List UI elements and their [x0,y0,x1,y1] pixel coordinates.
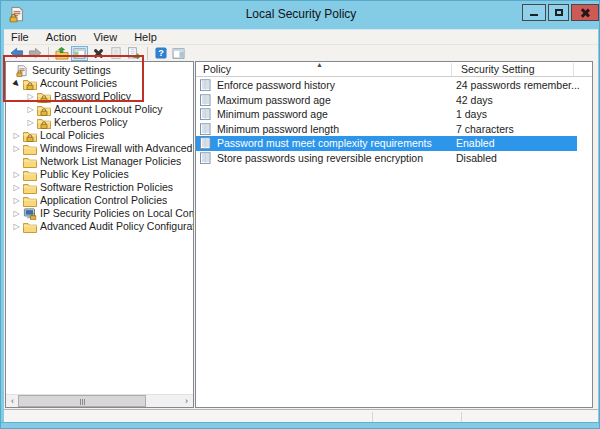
scrollbar-grip-icon [82,399,83,405]
policy-icon [199,108,212,120]
tree-item-advanced-audit[interactable]: Advanced Audit Policy Configuration [6,220,193,233]
tree-item-kerberos-policy[interactable]: Kerberos Policy [6,116,193,129]
status-bar-divider [372,412,373,422]
tree-item-label: Software Restriction Policies [40,181,173,194]
list-row-password-complexity-selected[interactable]: Password must meet complexity requiremen… [196,136,592,151]
tree-item-account-lockout-policy[interactable]: Account Lockout Policy [6,103,193,116]
list-header: Policy ▲ Security Setting [196,62,592,77]
properties-button[interactable] [107,46,124,61]
tree-item-label: Local Policies [40,129,104,142]
forward-icon [28,47,42,59]
list-row-maximum-password-age[interactable]: Maximum password age 42 days [196,93,592,108]
console-tree-toggle-button[interactable] [71,46,88,61]
folder-icon [23,156,37,168]
tree-item-public-key-policies[interactable]: Public Key Policies [6,168,193,181]
tree-item-ip-security-policies[interactable]: IP Security Policies on Local Compute [6,207,193,220]
expand-arrow-icon[interactable] [10,207,23,220]
forward-button[interactable] [26,46,43,61]
list-row-minimum-password-length[interactable]: Minimum password length 7 characters [196,122,592,137]
scrollbar-thumb[interactable] [18,395,146,407]
window-body: File Action View Help Security Settings [4,29,598,422]
expand-arrow-icon[interactable] [10,181,23,194]
folder-icon [23,182,37,194]
list-row-enforce-password-history[interactable]: Enforce password history 24 passwords re… [196,78,592,93]
folder-lock-icon [23,130,37,142]
tree-item-label: IP Security Policies on Local Compute [40,207,193,220]
folder-icon [23,143,37,155]
export-list-icon [127,47,141,59]
delete-icon [92,48,103,59]
policy-icon [199,79,212,91]
up-one-level-icon [55,47,69,60]
folder-icon [23,221,37,233]
tree-item-network-list-manager[interactable]: Network List Manager Policies [6,155,193,168]
sort-ascending-icon: ▲ [316,61,323,68]
policy-icon [199,94,212,106]
action-pane-toggle-button[interactable] [170,46,187,61]
tree-item-label: Advanced Audit Policy Configuration [40,220,193,233]
menu-file[interactable]: File [4,30,36,44]
back-icon [10,47,24,59]
help-button[interactable] [152,46,169,61]
policy-icon [199,123,212,135]
expand-arrow-icon[interactable] [24,90,37,103]
folder-icon [23,195,37,207]
folder-lock-icon [37,117,51,129]
window-title: Local Security Policy [1,7,600,21]
delete-button[interactable] [89,46,106,61]
tree-item-label: Security Settings [32,64,111,77]
folder-icon [23,169,37,181]
column-header-security-setting[interactable]: Security Setting [461,63,535,75]
close-button[interactable] [571,4,599,21]
menu-view[interactable]: View [86,30,124,44]
up-one-level-button[interactable] [53,46,70,61]
scroll-right-arrow-icon[interactable]: › [180,395,193,407]
policy-name: Minimum password age [217,108,456,120]
list-row-minimum-password-age[interactable]: Minimum password age 1 days [196,107,592,122]
expand-arrow-icon[interactable] [10,168,23,181]
tree-item-password-policy[interactable]: Password Policy [6,90,193,103]
expand-arrow-icon[interactable] [10,194,23,207]
horizontal-scrollbar[interactable]: ‹ › [6,394,193,407]
tree-item-local-policies[interactable]: Local Policies [6,129,193,142]
console-tree-toggle-icon [73,48,86,59]
tree-item-application-control[interactable]: Application Control Policies [6,194,193,207]
list-row-store-passwords-reversible[interactable]: Store passwords using reversible encrypt… [196,151,592,166]
maximize-button[interactable] [548,4,569,21]
tree-item-label: Network List Manager Policies [40,155,181,168]
action-pane-toggle-icon [172,48,185,59]
menu-help[interactable]: Help [127,30,164,44]
tree-item-software-restriction[interactable]: Software Restriction Policies [6,181,193,194]
column-header-policy[interactable]: Policy [203,63,231,75]
expand-arrow-icon[interactable] [24,103,37,116]
computer-lock-icon [23,208,37,220]
back-button[interactable] [8,46,25,61]
folder-lock-icon [37,104,51,116]
expand-arrow-icon[interactable] [10,129,23,142]
expand-arrow-icon[interactable] [10,220,23,233]
tree-item-account-policies[interactable]: Account Policies [6,77,193,90]
expand-arrow-icon[interactable] [24,116,37,129]
policy-setting: 24 passwords remember... [456,79,580,91]
policy-icon [199,152,212,164]
policy-setting: 1 days [456,108,487,120]
column-divider[interactable] [451,63,452,76]
export-list-button[interactable] [125,46,142,61]
collapse-arrow-icon[interactable] [10,77,23,90]
security-settings-icon [15,65,29,77]
minimize-button[interactable] [522,4,546,21]
policy-setting: 42 days [456,94,493,106]
expand-arrow-icon[interactable] [10,142,23,155]
tree-item-security-settings[interactable]: Security Settings [6,64,193,77]
tree-item-label: Account Policies [40,77,117,90]
menu-action[interactable]: Action [39,30,84,44]
list-rows: Enforce password history 24 passwords re… [196,78,592,165]
tree-item-windows-firewall[interactable]: Windows Firewall with Advanced Secu [6,142,193,155]
policy-list-pane: Policy ▲ Security Setting Enforce passwo… [195,61,593,408]
column-divider[interactable] [573,63,574,76]
status-bar-divider [461,412,462,422]
menu-bar: File Action View Help [4,30,598,45]
policy-name: Minimum password length [217,123,456,135]
policy-icon [199,137,212,149]
policy-setting: Disabled [456,152,497,164]
